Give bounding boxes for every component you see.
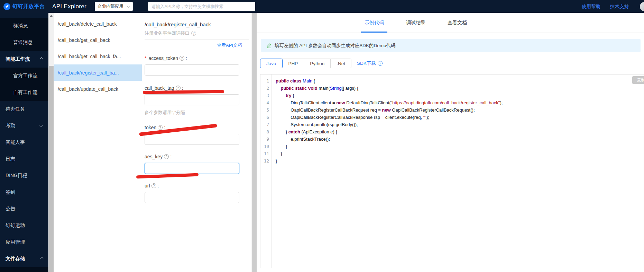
field-label: url? : (145, 182, 242, 189)
app-type-value: 企业内部应用 (98, 3, 123, 9)
sidebar-scrollbar[interactable] (48, 13, 54, 272)
line-number: 4 (260, 99, 269, 106)
help-link[interactable]: 使用帮助 (582, 3, 600, 10)
sidebar-item-label: 智能工作流 (6, 56, 30, 62)
line-number: 12 (260, 157, 269, 165)
api-title: /call_back/register_call_back (145, 21, 242, 28)
form-field-url: url? : (145, 182, 242, 203)
api-list-item[interactable]: /call_back/register_call_ba... (54, 64, 142, 81)
sidebar-item-考勤[interactable]: 考勤 (0, 117, 48, 134)
code-line: DingTalkClient client = new DefaultDingT… (276, 99, 644, 106)
lang-tab-PHP[interactable]: PHP (282, 59, 304, 68)
api-list-item[interactable]: /call_back/get_call_back (54, 32, 142, 48)
api-list-item[interactable]: /call_back/delete_call_back (54, 16, 142, 32)
sidebar-item-待办任务[interactable]: 待办任务 (0, 101, 48, 117)
api-search-input[interactable] (148, 2, 255, 11)
scrollbar-thumb[interactable] (49, 66, 54, 272)
code-line: OapiCallBackRegisterCallBackResponse rsp… (276, 114, 644, 121)
support-link[interactable]: 技术支持 (610, 3, 629, 10)
copy-code-button[interactable]: 复制 (632, 76, 644, 84)
sidebar-item-DING日程[interactable]: DING日程 (0, 167, 48, 184)
question-circle-icon[interactable]: ? (176, 86, 181, 90)
sidebar-item-官方工作流[interactable]: 官方工作流 (0, 68, 48, 84)
question-circle-icon[interactable]: ? (180, 56, 184, 61)
line-number: 3 (260, 92, 269, 99)
api-list-item[interactable]: /call_back/update_call_back (54, 81, 142, 97)
api-list: /call_back/delete_call_back/call_back/ge… (54, 13, 142, 272)
sidebar-item-智能工作流[interactable]: 智能工作流 (0, 51, 48, 68)
field-name: url (145, 182, 150, 189)
lang-tab-Java[interactable]: Java (260, 59, 283, 68)
sidebar-item-label: 群消息 (13, 23, 28, 29)
sidebar-item-label: 钉钉运动 (6, 222, 25, 229)
sidebar-item-钉钉运动[interactable]: 钉钉运动 (0, 217, 48, 234)
dingtalk-logo-icon (3, 3, 10, 10)
sidebar-bottom-strip (0, 267, 48, 272)
sidebar-item-公告[interactable]: 公告 (0, 201, 48, 217)
question-circle-icon[interactable]: ? (164, 154, 169, 159)
sidebar-item-签到[interactable]: 签到 (0, 184, 48, 201)
sidebar-item-label: 待办任务 (6, 106, 25, 112)
sidebar-item-群消息[interactable]: 群消息 (0, 18, 48, 34)
sidebar-item-label: 签到 (6, 189, 15, 195)
divider (145, 40, 249, 40)
page-title: API Explorer (52, 3, 86, 10)
view-api-doc-link[interactable]: 查看API文档 (145, 42, 242, 49)
sidebar-item-自有工作流[interactable]: 自有工作流 (0, 84, 48, 101)
sidebar-item-文件存储[interactable]: 文件存储 (0, 251, 48, 267)
field-colon: : (158, 182, 159, 189)
token-input[interactable] (145, 134, 239, 145)
api-list-item[interactable]: /call_back/get_call_back_fa... (54, 48, 142, 64)
code-line: public class Main { (276, 77, 644, 85)
aes_key-input[interactable] (145, 163, 239, 174)
line-number: 1 (260, 77, 269, 85)
line-number: 8 (260, 128, 269, 135)
user-avatar[interactable] (640, 2, 644, 11)
field-colon: : (186, 55, 187, 62)
field-name: token (145, 124, 156, 131)
sidebar-item-普通消息[interactable]: 普通消息 (0, 34, 48, 51)
sidebar-item-日志[interactable]: 日志 (0, 151, 48, 167)
chevron-up-icon (40, 257, 44, 260)
code-line: try { (276, 92, 644, 99)
main-body: 群消息普通消息智能工作流官方工作流自有工作流待办任务考勤智能人事日志DING日程… (0, 13, 644, 272)
app-type-select[interactable]: 企业内部应用 (95, 2, 133, 11)
scroll-up-arrow-icon[interactable] (48, 13, 54, 18)
lang-tab-Python[interactable]: Python (304, 59, 331, 68)
url-input[interactable] (145, 192, 239, 203)
sdk-download-link[interactable]: SDK下载 i (357, 60, 383, 67)
sdk-download-label: SDK下载 (357, 60, 376, 67)
tab-调试结果[interactable]: 调试结果 (403, 13, 429, 33)
sidebar-item-label: 日志 (6, 156, 15, 162)
language-tab-row: JavaPHPPython.Net SDK下载 i (260, 59, 644, 68)
form-field-aes_key: aes_key? : (145, 153, 242, 174)
tab-查看文档[interactable]: 查看文档 (444, 13, 470, 33)
sidebar-item-智能人事[interactable]: 智能人事 (0, 134, 48, 151)
code-block: 123456789101112 public class Main { publ… (260, 74, 644, 268)
chevron-down-icon (39, 124, 43, 127)
lang-tab-.Net[interactable]: .Net (330, 59, 351, 68)
tab-示例代码[interactable]: 示例代码 (361, 13, 387, 33)
question-circle-icon[interactable]: ? (151, 183, 156, 188)
brand-logo[interactable]: 钉钉开放平台 (3, 3, 45, 10)
field-name: aes_key (145, 153, 163, 160)
code-line: } (276, 150, 644, 157)
sidebar: 群消息普通消息智能工作流官方工作流自有工作流待办任务考勤智能人事日志DING日程… (0, 13, 48, 272)
sidebar-item-label: 智能人事 (6, 139, 25, 146)
header-links: 使用帮助 技术支持 (582, 2, 644, 11)
api-parameter-form: /call_back/register_call_back 注册业务事件回调接口… (142, 13, 251, 272)
call_back_tag-input[interactable] (145, 94, 239, 105)
form-scrollbar[interactable] (251, 13, 257, 272)
language-tabs: JavaPHPPython.Net (260, 59, 351, 68)
scrollbar-thumb[interactable] (252, 13, 257, 272)
sync-hint-text: 填写左侧的 API 参数会自动同步生成对应SDK的Demo代码 (275, 43, 396, 49)
access_token-input[interactable] (145, 64, 239, 76)
line-number: 7 (260, 121, 269, 128)
sidebar-item-应用管理[interactable]: 应用管理 (0, 234, 48, 251)
question-circle-icon[interactable]: ? (158, 125, 163, 130)
field-label: *access_token? : (145, 55, 242, 62)
line-number-gutter: 123456789101112 (260, 74, 272, 268)
result-panel: 示例代码调试结果查看文档 填写左侧的 API 参数会自动同步生成对应SDK的De… (257, 13, 644, 272)
question-circle-icon[interactable]: ? (191, 31, 196, 36)
field-name: access_token (148, 55, 178, 62)
